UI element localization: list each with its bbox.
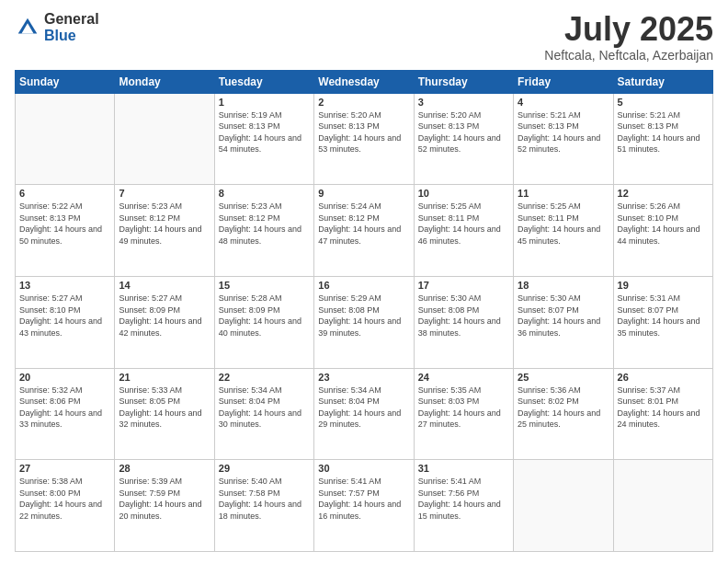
day-number: 1 (219, 97, 310, 108)
week-row-1: 1Sunrise: 5:19 AMSunset: 8:13 PMDaylight… (16, 93, 713, 185)
cell-w2-d5: 10Sunrise: 5:25 AMSunset: 8:11 PMDayligh… (414, 185, 513, 277)
day-number: 9 (318, 188, 409, 199)
cell-w4-d7: 26Sunrise: 5:37 AMSunset: 8:01 PMDayligh… (613, 368, 712, 460)
week-row-5: 27Sunrise: 5:38 AMSunset: 8:00 PMDayligh… (16, 460, 713, 552)
day-info: Sunrise: 5:37 AMSunset: 8:01 PMDaylight:… (618, 385, 709, 431)
col-monday: Monday (115, 70, 214, 93)
logo-blue: Blue (44, 28, 99, 44)
logo: General Blue (15, 11, 99, 43)
col-friday: Friday (514, 70, 613, 93)
week-row-4: 20Sunrise: 5:32 AMSunset: 8:06 PMDayligh… (16, 368, 713, 460)
cell-w2-d2: 7Sunrise: 5:23 AMSunset: 8:12 PMDaylight… (115, 185, 214, 277)
day-number: 11 (518, 188, 609, 199)
day-number: 26 (618, 372, 709, 383)
day-info: Sunrise: 5:29 AMSunset: 8:08 PMDaylight:… (318, 293, 409, 339)
day-info: Sunrise: 5:20 AMSunset: 8:13 PMDaylight:… (318, 109, 409, 155)
cell-w5-d4: 30Sunrise: 5:41 AMSunset: 7:57 PMDayligh… (314, 460, 414, 552)
header: General Blue July 2025 Neftcala, Neftcal… (15, 11, 713, 63)
cell-w3-d2: 14Sunrise: 5:27 AMSunset: 8:09 PMDayligh… (115, 276, 214, 368)
day-info: Sunrise: 5:30 AMSunset: 8:07 PMDaylight:… (518, 293, 609, 339)
day-info: Sunrise: 5:25 AMSunset: 8:11 PMDaylight:… (518, 201, 609, 247)
cell-w4-d1: 20Sunrise: 5:32 AMSunset: 8:06 PMDayligh… (16, 368, 115, 460)
day-number: 14 (119, 280, 210, 291)
cell-w2-d3: 8Sunrise: 5:23 AMSunset: 8:12 PMDaylight… (214, 185, 313, 277)
day-info: Sunrise: 5:34 AMSunset: 8:04 PMDaylight:… (219, 385, 310, 431)
day-info: Sunrise: 5:39 AMSunset: 7:59 PMDaylight:… (119, 476, 210, 522)
month-title: July 2025 (544, 11, 713, 48)
day-info: Sunrise: 5:19 AMSunset: 8:13 PMDaylight:… (219, 109, 310, 155)
day-number: 22 (219, 372, 310, 383)
day-info: Sunrise: 5:41 AMSunset: 7:57 PMDaylight:… (318, 476, 409, 522)
day-info: Sunrise: 5:35 AMSunset: 8:03 PMDaylight:… (418, 385, 509, 431)
day-number: 28 (119, 463, 210, 474)
day-info: Sunrise: 5:26 AMSunset: 8:10 PMDaylight:… (618, 201, 709, 247)
title-section: July 2025 Neftcala, Neftcala, Azerbaijan (544, 11, 713, 63)
day-number: 16 (318, 280, 409, 291)
day-number: 29 (219, 463, 310, 474)
day-info: Sunrise: 5:27 AMSunset: 8:10 PMDaylight:… (19, 293, 110, 339)
day-number: 3 (418, 97, 509, 108)
day-number: 2 (318, 97, 409, 108)
cell-w5-d3: 29Sunrise: 5:40 AMSunset: 7:58 PMDayligh… (214, 460, 313, 552)
col-thursday: Thursday (414, 70, 513, 93)
col-wednesday: Wednesday (314, 70, 414, 93)
day-info: Sunrise: 5:41 AMSunset: 7:56 PMDaylight:… (418, 476, 509, 522)
day-info: Sunrise: 5:24 AMSunset: 8:12 PMDaylight:… (318, 201, 409, 247)
day-info: Sunrise: 5:22 AMSunset: 8:13 PMDaylight:… (19, 201, 110, 247)
day-number: 24 (418, 372, 509, 383)
calendar-header-row: Sunday Monday Tuesday Wednesday Thursday… (16, 70, 713, 93)
day-info: Sunrise: 5:31 AMSunset: 8:07 PMDaylight:… (618, 293, 709, 339)
day-number: 7 (119, 188, 210, 199)
col-sunday: Sunday (16, 70, 115, 93)
calendar-table: Sunday Monday Tuesday Wednesday Thursday… (15, 70, 713, 552)
cell-w4-d5: 24Sunrise: 5:35 AMSunset: 8:03 PMDayligh… (414, 368, 513, 460)
day-number: 21 (119, 372, 210, 383)
day-number: 4 (518, 97, 609, 108)
day-info: Sunrise: 5:30 AMSunset: 8:08 PMDaylight:… (418, 293, 509, 339)
day-info: Sunrise: 5:40 AMSunset: 7:58 PMDaylight:… (219, 476, 310, 522)
day-info: Sunrise: 5:23 AMSunset: 8:12 PMDaylight:… (119, 201, 210, 247)
day-info: Sunrise: 5:27 AMSunset: 8:09 PMDaylight:… (119, 293, 210, 339)
cell-w2-d7: 12Sunrise: 5:26 AMSunset: 8:10 PMDayligh… (613, 185, 712, 277)
day-info: Sunrise: 5:25 AMSunset: 8:11 PMDaylight:… (418, 201, 509, 247)
day-number: 13 (19, 280, 110, 291)
day-number: 8 (219, 188, 310, 199)
cell-w1-d4: 2Sunrise: 5:20 AMSunset: 8:13 PMDaylight… (314, 93, 414, 185)
day-number: 12 (618, 188, 709, 199)
week-row-3: 13Sunrise: 5:27 AMSunset: 8:10 PMDayligh… (16, 276, 713, 368)
col-saturday: Saturday (613, 70, 712, 93)
cell-w3-d7: 19Sunrise: 5:31 AMSunset: 8:07 PMDayligh… (613, 276, 712, 368)
day-info: Sunrise: 5:33 AMSunset: 8:05 PMDaylight:… (119, 385, 210, 431)
location: Neftcala, Neftcala, Azerbaijan (544, 48, 713, 63)
cell-w2-d1: 6Sunrise: 5:22 AMSunset: 8:13 PMDaylight… (16, 185, 115, 277)
logo-general: General (44, 11, 99, 28)
cell-w3-d1: 13Sunrise: 5:27 AMSunset: 8:10 PMDayligh… (16, 276, 115, 368)
day-number: 10 (418, 188, 509, 199)
cell-w3-d6: 18Sunrise: 5:30 AMSunset: 8:07 PMDayligh… (514, 276, 613, 368)
cell-w1-d1 (16, 93, 115, 185)
col-tuesday: Tuesday (214, 70, 313, 93)
day-number: 15 (219, 280, 310, 291)
day-number: 6 (19, 188, 110, 199)
cell-w5-d6 (514, 460, 613, 552)
day-info: Sunrise: 5:21 AMSunset: 8:13 PMDaylight:… (618, 109, 709, 155)
day-number: 20 (19, 372, 110, 383)
day-info: Sunrise: 5:38 AMSunset: 8:00 PMDaylight:… (19, 476, 110, 522)
day-number: 19 (618, 280, 709, 291)
cell-w1-d6: 4Sunrise: 5:21 AMSunset: 8:13 PMDaylight… (514, 93, 613, 185)
day-number: 23 (318, 372, 409, 383)
cell-w2-d4: 9Sunrise: 5:24 AMSunset: 8:12 PMDaylight… (314, 185, 414, 277)
day-number: 30 (318, 463, 409, 474)
cell-w5-d2: 28Sunrise: 5:39 AMSunset: 7:59 PMDayligh… (115, 460, 214, 552)
cell-w3-d5: 17Sunrise: 5:30 AMSunset: 8:08 PMDayligh… (414, 276, 513, 368)
cell-w5-d7 (613, 460, 712, 552)
day-info: Sunrise: 5:34 AMSunset: 8:04 PMDaylight:… (318, 385, 409, 431)
day-number: 18 (518, 280, 609, 291)
day-info: Sunrise: 5:21 AMSunset: 8:13 PMDaylight:… (518, 109, 609, 155)
logo-icon (15, 15, 40, 40)
day-info: Sunrise: 5:23 AMSunset: 8:12 PMDaylight:… (219, 201, 310, 247)
day-number: 5 (618, 97, 709, 108)
week-row-2: 6Sunrise: 5:22 AMSunset: 8:13 PMDaylight… (16, 185, 713, 277)
cell-w1-d2 (115, 93, 214, 185)
cell-w5-d5: 31Sunrise: 5:41 AMSunset: 7:56 PMDayligh… (414, 460, 513, 552)
